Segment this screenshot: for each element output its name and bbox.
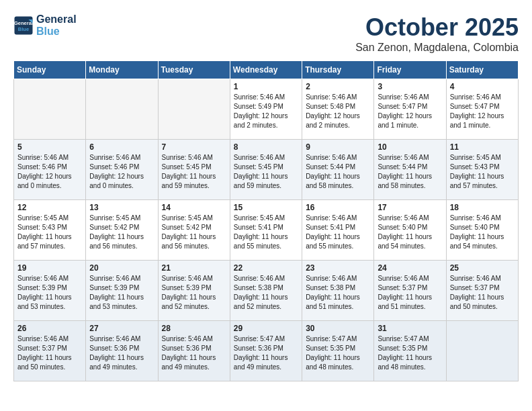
col-header-sunday: Sunday — [14, 61, 86, 79]
day-number: 22 — [234, 263, 298, 273]
day-cell: 18Sunrise: 5:46 AM Sunset: 5:40 PM Dayli… — [446, 200, 518, 261]
day-cell: 9Sunrise: 5:46 AM Sunset: 5:44 PM Daylig… — [302, 140, 374, 200]
day-cell: 11Sunrise: 5:45 AM Sunset: 5:43 PM Dayli… — [446, 140, 518, 200]
day-cell: 10Sunrise: 5:46 AM Sunset: 5:44 PM Dayli… — [374, 140, 446, 200]
day-info: Sunrise: 5:45 AM Sunset: 5:41 PM Dayligh… — [234, 214, 298, 251]
day-number: 8 — [234, 142, 298, 152]
day-cell: 30Sunrise: 5:47 AM Sunset: 5:35 PM Dayli… — [302, 321, 374, 381]
day-number: 31 — [378, 324, 442, 333]
day-cell: 14Sunrise: 5:45 AM Sunset: 5:42 PM Dayli… — [158, 200, 230, 261]
day-number: 20 — [89, 263, 154, 273]
day-cell: 24Sunrise: 5:46 AM Sunset: 5:37 PM Dayli… — [374, 261, 446, 321]
logo-text-line1: General — [36, 13, 77, 26]
day-info: Sunrise: 5:47 AM Sunset: 5:36 PM Dayligh… — [234, 334, 298, 372]
day-cell: 15Sunrise: 5:45 AM Sunset: 5:41 PM Dayli… — [230, 200, 302, 261]
day-info: Sunrise: 5:46 AM Sunset: 5:46 PM Dayligh… — [17, 153, 82, 191]
day-cell: 12Sunrise: 5:45 AM Sunset: 5:43 PM Dayli… — [14, 200, 86, 261]
day-cell — [446, 321, 518, 381]
day-info: Sunrise: 5:45 AM Sunset: 5:43 PM Dayligh… — [450, 153, 515, 191]
day-info: Sunrise: 5:46 AM Sunset: 5:41 PM Dayligh… — [306, 214, 370, 251]
day-number: 10 — [378, 142, 442, 152]
day-cell: 31Sunrise: 5:47 AM Sunset: 5:35 PM Dayli… — [374, 321, 446, 381]
day-info: Sunrise: 5:46 AM Sunset: 5:38 PM Dayligh… — [234, 274, 298, 312]
day-info: Sunrise: 5:46 AM Sunset: 5:47 PM Dayligh… — [378, 93, 442, 130]
day-cell: 3Sunrise: 5:46 AM Sunset: 5:47 PM Daylig… — [374, 79, 446, 140]
day-info: Sunrise: 5:46 AM Sunset: 5:37 PM Dayligh… — [378, 274, 442, 312]
location-title: San Zenon, Magdalena, Colombia — [355, 42, 519, 54]
week-row-2: 5Sunrise: 5:46 AM Sunset: 5:46 PM Daylig… — [14, 140, 519, 200]
day-info: Sunrise: 5:47 AM Sunset: 5:35 PM Dayligh… — [378, 334, 442, 372]
day-info: Sunrise: 5:46 AM Sunset: 5:40 PM Dayligh… — [378, 214, 442, 251]
day-cell — [158, 79, 230, 140]
col-header-saturday: Saturday — [446, 61, 518, 79]
day-number: 14 — [162, 203, 226, 212]
day-cell: 20Sunrise: 5:46 AM Sunset: 5:39 PM Dayli… — [86, 261, 158, 321]
day-cell: 5Sunrise: 5:46 AM Sunset: 5:46 PM Daylig… — [14, 140, 86, 200]
day-info: Sunrise: 5:46 AM Sunset: 5:44 PM Dayligh… — [306, 153, 370, 191]
day-cell: 13Sunrise: 5:45 AM Sunset: 5:42 PM Dayli… — [86, 200, 158, 261]
day-cell: 22Sunrise: 5:46 AM Sunset: 5:38 PM Dayli… — [230, 261, 302, 321]
day-number: 16 — [306, 203, 370, 212]
day-cell: 1Sunrise: 5:46 AM Sunset: 5:49 PM Daylig… — [230, 79, 302, 140]
day-cell: 26Sunrise: 5:46 AM Sunset: 5:37 PM Dayli… — [14, 321, 86, 381]
title-area: October 2025 San Zenon, Magdalena, Colom… — [355, 13, 519, 54]
day-number: 12 — [17, 203, 82, 212]
day-info: Sunrise: 5:45 AM Sunset: 5:42 PM Dayligh… — [89, 214, 154, 251]
col-header-tuesday: Tuesday — [158, 61, 230, 79]
col-header-monday: Monday — [86, 61, 158, 79]
day-number: 13 — [89, 203, 154, 212]
logo: General Blue General Blue — [13, 13, 77, 38]
day-info: Sunrise: 5:46 AM Sunset: 5:39 PM Dayligh… — [17, 274, 82, 312]
day-number: 7 — [162, 142, 226, 152]
month-title: October 2025 — [355, 13, 519, 42]
day-info: Sunrise: 5:46 AM Sunset: 5:37 PM Dayligh… — [17, 334, 82, 372]
day-info: Sunrise: 5:46 AM Sunset: 5:48 PM Dayligh… — [306, 93, 370, 130]
logo-icon: General Blue — [13, 15, 34, 36]
calendar: SundayMondayTuesdayWednesdayThursdayFrid… — [13, 60, 519, 381]
day-number: 24 — [378, 263, 442, 273]
day-cell: 4Sunrise: 5:46 AM Sunset: 5:47 PM Daylig… — [446, 79, 518, 140]
day-number: 9 — [306, 142, 370, 152]
day-info: Sunrise: 5:46 AM Sunset: 5:39 PM Dayligh… — [162, 274, 226, 312]
day-number: 5 — [17, 142, 82, 152]
day-number: 1 — [234, 82, 298, 91]
day-cell: 25Sunrise: 5:46 AM Sunset: 5:37 PM Dayli… — [446, 261, 518, 321]
day-cell — [14, 79, 86, 140]
day-number: 4 — [450, 82, 515, 91]
day-number: 30 — [306, 324, 370, 333]
day-info: Sunrise: 5:46 AM Sunset: 5:36 PM Dayligh… — [162, 334, 226, 372]
day-cell: 17Sunrise: 5:46 AM Sunset: 5:40 PM Dayli… — [374, 200, 446, 261]
day-info: Sunrise: 5:46 AM Sunset: 5:44 PM Dayligh… — [378, 153, 442, 191]
day-info: Sunrise: 5:46 AM Sunset: 5:37 PM Dayligh… — [450, 274, 515, 312]
day-cell: 6Sunrise: 5:46 AM Sunset: 5:46 PM Daylig… — [86, 140, 158, 200]
day-number: 6 — [89, 142, 154, 152]
day-cell: 27Sunrise: 5:46 AM Sunset: 5:36 PM Dayli… — [86, 321, 158, 381]
day-number: 29 — [234, 324, 298, 333]
day-number: 25 — [450, 263, 515, 273]
day-cell: 16Sunrise: 5:46 AM Sunset: 5:41 PM Dayli… — [302, 200, 374, 261]
day-info: Sunrise: 5:45 AM Sunset: 5:43 PM Dayligh… — [17, 214, 82, 251]
svg-text:Blue: Blue — [18, 26, 29, 32]
day-info: Sunrise: 5:46 AM Sunset: 5:40 PM Dayligh… — [450, 214, 515, 251]
day-info: Sunrise: 5:45 AM Sunset: 5:42 PM Dayligh… — [162, 214, 226, 251]
col-header-thursday: Thursday — [302, 61, 374, 79]
day-number: 21 — [162, 263, 226, 273]
day-cell: 23Sunrise: 5:46 AM Sunset: 5:38 PM Dayli… — [302, 261, 374, 321]
day-number: 27 — [89, 324, 154, 333]
day-info: Sunrise: 5:46 AM Sunset: 5:46 PM Dayligh… — [89, 153, 154, 191]
day-number: 2 — [306, 82, 370, 91]
day-cell: 7Sunrise: 5:46 AM Sunset: 5:45 PM Daylig… — [158, 140, 230, 200]
day-info: Sunrise: 5:46 AM Sunset: 5:38 PM Dayligh… — [306, 274, 370, 312]
logo-text-line2: Blue — [36, 26, 77, 38]
day-cell: 21Sunrise: 5:46 AM Sunset: 5:39 PM Dayli… — [158, 261, 230, 321]
day-info: Sunrise: 5:46 AM Sunset: 5:45 PM Dayligh… — [162, 153, 226, 191]
day-cell: 29Sunrise: 5:47 AM Sunset: 5:36 PM Dayli… — [230, 321, 302, 381]
day-info: Sunrise: 5:46 AM Sunset: 5:47 PM Dayligh… — [450, 93, 515, 130]
day-cell: 28Sunrise: 5:46 AM Sunset: 5:36 PM Dayli… — [158, 321, 230, 381]
day-number: 17 — [378, 203, 442, 212]
col-header-friday: Friday — [374, 61, 446, 79]
week-row-4: 19Sunrise: 5:46 AM Sunset: 5:39 PM Dayli… — [14, 261, 519, 321]
day-info: Sunrise: 5:46 AM Sunset: 5:39 PM Dayligh… — [89, 274, 154, 312]
day-number: 3 — [378, 82, 442, 91]
header-row: SundayMondayTuesdayWednesdayThursdayFrid… — [14, 61, 519, 79]
